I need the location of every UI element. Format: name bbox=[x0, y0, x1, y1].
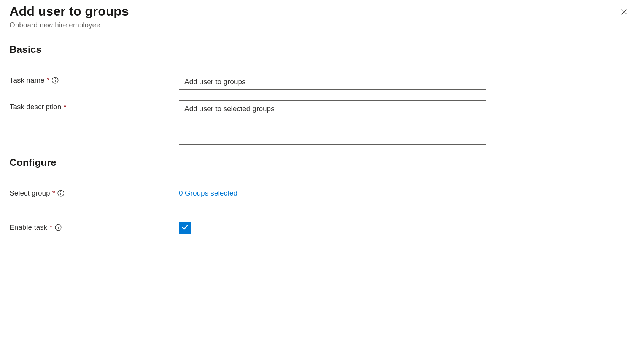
task-description-label: Task description bbox=[10, 103, 61, 111]
svg-point-3 bbox=[55, 78, 56, 79]
required-indicator: * bbox=[47, 76, 49, 84]
svg-point-9 bbox=[58, 226, 59, 226]
required-indicator: * bbox=[49, 223, 52, 232]
checkmark-icon bbox=[181, 223, 189, 233]
enable-task-checkbox[interactable] bbox=[179, 222, 191, 234]
select-group-link[interactable]: 0 Groups selected bbox=[179, 187, 237, 197]
select-group-label: Select group bbox=[10, 189, 50, 197]
task-name-input[interactable] bbox=[179, 74, 486, 90]
info-icon[interactable] bbox=[52, 77, 59, 84]
task-description-input[interactable] bbox=[179, 100, 486, 145]
basics-heading: Basics bbox=[10, 44, 634, 56]
enable-task-label: Enable task bbox=[10, 223, 47, 232]
task-name-label: Task name bbox=[10, 76, 45, 84]
info-icon[interactable] bbox=[55, 224, 62, 231]
close-icon bbox=[620, 11, 628, 17]
configure-heading: Configure bbox=[10, 157, 634, 169]
close-button[interactable] bbox=[618, 5, 631, 19]
required-indicator: * bbox=[52, 189, 55, 197]
page-subtitle: Onboard new hire employee bbox=[10, 21, 129, 29]
svg-point-6 bbox=[60, 191, 61, 192]
required-indicator: * bbox=[64, 103, 66, 111]
info-icon[interactable] bbox=[57, 190, 64, 197]
page-title: Add user to groups bbox=[10, 4, 129, 19]
